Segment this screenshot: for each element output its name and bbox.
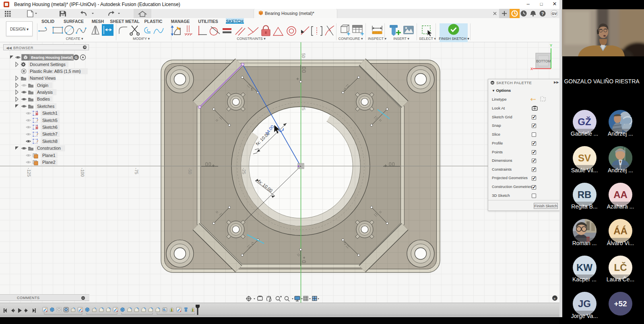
svg-text:Named Views: Named Views	[30, 76, 56, 80]
svg-text:50: 50	[301, 53, 306, 58]
svg-text:Sketch7: Sketch7	[42, 132, 58, 136]
svg-text:Plastic Rule: ABS (1,5 mm): Plastic Rule: ABS (1,5 mm)	[30, 69, 81, 74]
svg-text:Bearing Housing (metal)*: Bearing Housing (metal)*	[265, 11, 315, 16]
svg-text:X: X	[530, 67, 533, 71]
svg-text:-75: -75	[134, 168, 139, 174]
svg-text:25: 25	[301, 105, 306, 110]
svg-text:Sketch5: Sketch5	[42, 118, 58, 123]
svg-text:Plane2: Plane2	[42, 160, 56, 165]
svg-text:G: G	[74, 56, 77, 60]
svg-text:Sketch6: Sketch6	[42, 125, 58, 130]
svg-text:GV: GV	[551, 12, 557, 16]
svg-text:Plane1: Plane1	[42, 153, 56, 158]
svg-text:-50: -50	[188, 168, 192, 174]
svg-text:?: ?	[541, 11, 544, 16]
svg-text:Sketch8: Sketch8	[42, 139, 58, 144]
svg-text:-25: -25	[242, 168, 246, 174]
svg-text:Document Settings: Document Settings	[30, 62, 66, 67]
svg-text:Origin: Origin	[37, 83, 48, 88]
svg-text:Bodies: Bodies	[37, 97, 50, 101]
svg-text:BOTTOM: BOTTOM	[536, 59, 551, 63]
svg-text:Sketch1: Sketch1	[42, 111, 58, 116]
svg-text:Construction: Construction	[37, 146, 61, 151]
svg-text:Analysis: Analysis	[37, 90, 53, 95]
svg-text:Bearing Housing (metal): Bearing Housing (metal)	[31, 56, 73, 60]
svg-text:Sketches: Sketches	[37, 104, 54, 109]
svg-text:Y: Y	[550, 43, 552, 47]
